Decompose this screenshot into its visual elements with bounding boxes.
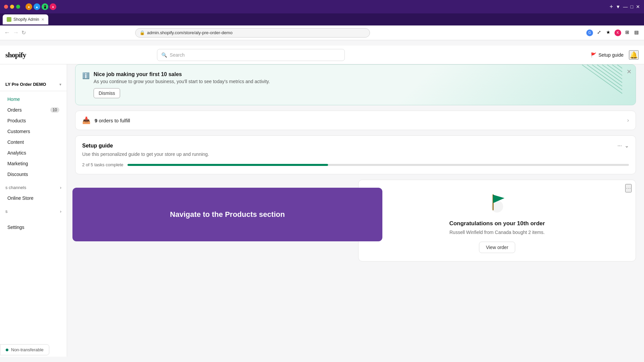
sidebar-item-analytics-label: Analytics bbox=[7, 150, 26, 156]
app-wrapper: shopify 🔍 Search 🚩 Setup guide 🔔 LY Pre … bbox=[0, 40, 644, 357]
sidebar-item-products-label: Products bbox=[7, 118, 26, 123]
bookmark-icon[interactable]: ★ bbox=[605, 29, 612, 36]
setup-guide-title: Setup guide bbox=[82, 143, 113, 149]
apps-expand-icon: › bbox=[60, 209, 61, 214]
sidebar-item-marketing[interactable]: Marketing bbox=[2, 158, 65, 169]
dropdown-button[interactable]: ▼ bbox=[616, 4, 621, 9]
tab-favicon-3: 📱 bbox=[42, 3, 48, 10]
sidebar-item-settings-label: Settings bbox=[7, 225, 24, 230]
flag-svg bbox=[484, 188, 511, 215]
sidebar-item-orders-label: Orders bbox=[7, 107, 22, 113]
setup-guide-collapse-button[interactable]: ⌄ bbox=[625, 142, 629, 149]
congrats-subtitle: Russell Winfield from Canada bought 2 it… bbox=[449, 230, 545, 235]
sidebar-item-customers-label: Customers bbox=[7, 129, 30, 134]
notification-banner: ℹ️ Nice job making your first 10 sales A… bbox=[75, 64, 636, 105]
congrats-title: Congratulations on your 10th order bbox=[449, 220, 545, 227]
browser-nav-icons: G ⤢ ★ K ⊞ ▤ bbox=[586, 29, 640, 36]
sidebar-item-content-label: Content bbox=[7, 139, 24, 145]
non-transferable-badge: Non-transferable bbox=[0, 344, 49, 355]
sidebar-item-settings[interactable]: Settings bbox=[2, 222, 65, 233]
tab-favicon-1: ● bbox=[25, 3, 32, 10]
search-icon: 🔍 bbox=[161, 52, 167, 58]
orders-widget[interactable]: 📥 9 orders to fulfill › bbox=[75, 111, 636, 130]
apps-section-header[interactable]: s › bbox=[0, 206, 67, 217]
dismiss-button[interactable]: Dismiss bbox=[94, 88, 120, 98]
browser-bar: ● ▲ 📱 ♦ + ▼ — □ ✕ bbox=[0, 0, 644, 13]
sidebar-item-home-label: Home bbox=[7, 97, 20, 102]
flag-icon: 🚩 bbox=[591, 52, 596, 58]
channels-section-header[interactable]: s channels › bbox=[0, 182, 67, 193]
ext-icon-2[interactable]: ⊞ bbox=[624, 29, 631, 36]
view-order-button[interactable]: View order bbox=[479, 242, 516, 253]
reload-button[interactable]: ↻ bbox=[21, 29, 26, 36]
navigate-tooltip: Navigate to the Products section bbox=[72, 188, 382, 241]
sidebar-toggle-icon[interactable]: ▤ bbox=[633, 29, 640, 36]
sidebar-item-customers[interactable]: Customers bbox=[2, 126, 65, 137]
orders-count: 9 bbox=[95, 118, 97, 123]
shopify-favicon bbox=[7, 17, 11, 22]
notification-bell-button[interactable]: 🔔 bbox=[629, 50, 639, 60]
store-selector[interactable]: LY Pre Order DEMO ▾ bbox=[0, 78, 67, 91]
setup-guide-label: Setup guide bbox=[598, 52, 624, 58]
orders-badge: 10 bbox=[50, 107, 59, 113]
congrats-menu-button[interactable]: ··· bbox=[625, 184, 632, 192]
sidebar-item-analytics[interactable]: Analytics bbox=[2, 147, 65, 158]
setup-guide-button[interactable]: 🚩 Setup guide bbox=[591, 52, 624, 58]
sidebar: LY Pre Order DEMO ▾ Home Orders 10 Produ… bbox=[0, 59, 67, 357]
setup-guide-subtitle: Use this personalized guide to get your … bbox=[82, 152, 629, 157]
dropdown-arrow-icon: ▾ bbox=[59, 82, 61, 87]
back-button[interactable]: ← bbox=[4, 29, 10, 36]
chrome-profile-icon: G bbox=[586, 29, 593, 36]
sidebar-item-online-store-label: Online Store bbox=[7, 195, 34, 201]
url-text: admin.shopify.com/store/aly-pre-order-de… bbox=[147, 30, 232, 35]
forward-button[interactable]: → bbox=[13, 29, 19, 36]
channels-label: s channels bbox=[5, 185, 26, 190]
app-header: shopify 🔍 Search 🚩 Setup guide 🔔 bbox=[0, 46, 644, 64]
lock-icon: 🔒 bbox=[140, 30, 145, 35]
orders-chevron-icon: › bbox=[627, 117, 629, 123]
browser-tabs: Shopify Admin ✕ bbox=[0, 13, 644, 25]
sidebar-item-discounts[interactable]: Discounts bbox=[2, 169, 65, 180]
maximize-button[interactable]: □ bbox=[631, 4, 633, 9]
congrats-card: ··· Congratulations on your 10th order R… bbox=[358, 180, 636, 261]
new-tab-button[interactable]: + bbox=[609, 3, 613, 10]
minimize-button[interactable]: — bbox=[623, 4, 628, 9]
sidebar-item-marketing-label: Marketing bbox=[7, 161, 28, 166]
sidebar-item-home[interactable]: Home bbox=[2, 94, 65, 105]
channels-expand-icon: › bbox=[60, 185, 61, 190]
nav-bottom: Settings bbox=[0, 222, 67, 233]
close-button[interactable]: ✕ bbox=[636, 4, 640, 9]
setup-guide-actions: ··· ⌄ bbox=[618, 142, 629, 149]
info-icon: ℹ️ bbox=[82, 72, 90, 79]
nav-section-main: Home Orders 10 Products Customers Conten… bbox=[0, 91, 67, 182]
tab-label: Shopify Admin bbox=[13, 17, 39, 22]
tab-favicon-2: ▲ bbox=[34, 3, 40, 10]
chrome-ext-icon[interactable]: ⤢ bbox=[596, 29, 602, 36]
setup-guide-header: Setup guide ··· ⌄ bbox=[82, 142, 629, 149]
orders-label: orders to fulfill bbox=[99, 118, 130, 123]
sidebar-item-content[interactable]: Content bbox=[2, 137, 65, 147]
store-name: LY Pre Order DEMO bbox=[5, 82, 57, 87]
progress-row: 2 of 5 tasks complete bbox=[82, 162, 629, 167]
search-placeholder: Search bbox=[170, 52, 184, 58]
navigate-tooltip-text: Navigate to the Products section bbox=[170, 210, 285, 219]
apps-label: s bbox=[5, 209, 8, 214]
sidebar-item-products[interactable]: Products bbox=[2, 115, 65, 126]
banner-title: Nice job making your first 10 sales bbox=[94, 71, 629, 77]
sidebar-item-online-store[interactable]: Online Store bbox=[2, 193, 65, 203]
search-bar[interactable]: 🔍 Search bbox=[157, 49, 345, 61]
nt-dot bbox=[6, 349, 8, 351]
progress-bar-track bbox=[127, 164, 629, 166]
nav-bar: ← → ↻ 🔒 admin.shopify.com/store/aly-pre-… bbox=[0, 25, 644, 40]
active-tab[interactable]: Shopify Admin ✕ bbox=[3, 14, 48, 24]
main-content: Navigate to the Products section ℹ️ Nice… bbox=[67, 40, 644, 357]
sidebar-item-orders[interactable]: Orders 10 bbox=[2, 105, 65, 115]
tab-close-icon[interactable]: ✕ bbox=[41, 17, 44, 22]
orders-widget-icon: 📥 bbox=[82, 116, 91, 124]
url-bar[interactable]: 🔒 admin.shopify.com/store/aly-pre-order-… bbox=[135, 28, 370, 38]
setup-guide: Setup guide ··· ⌄ Use this personalized … bbox=[75, 135, 636, 174]
setup-guide-more-button[interactable]: ··· bbox=[618, 143, 622, 149]
progress-bar-fill bbox=[127, 164, 328, 166]
banner-close-button[interactable]: ✕ bbox=[627, 69, 632, 75]
banner-subtitle: As you continue to grow your business, y… bbox=[94, 79, 629, 84]
